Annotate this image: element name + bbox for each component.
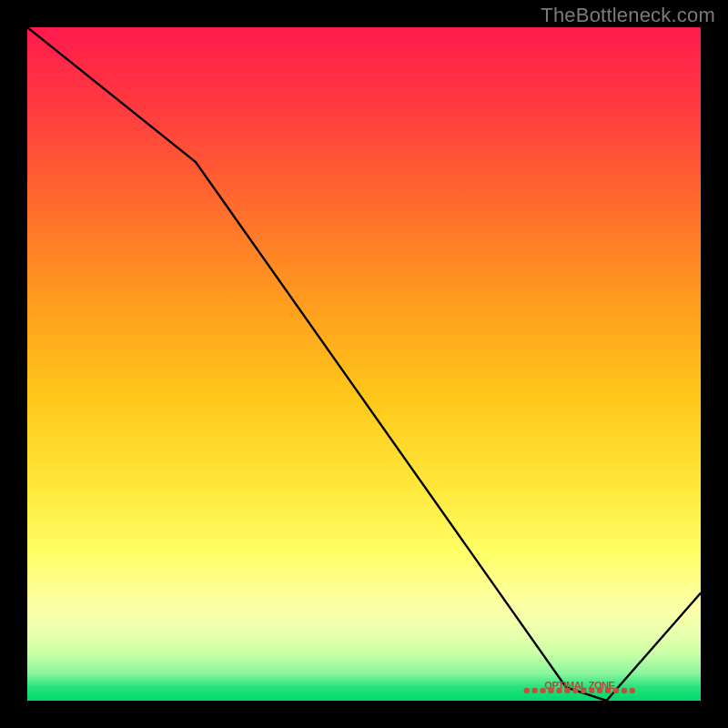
svg-point-1: [532, 688, 538, 693]
svg-point-13: [630, 688, 635, 693]
chart-container: TheBottleneck.com OPTIMAL ZONE: [0, 0, 728, 728]
optimal-zone-label: OPTIMAL ZONE: [544, 680, 614, 691]
bottleneck-curve: [27, 27, 701, 701]
attribution-label: TheBottleneck.com: [541, 4, 715, 27]
svg-point-0: [524, 688, 530, 693]
plot-svg: [27, 27, 701, 701]
svg-point-12: [622, 688, 627, 693]
plot-area: OPTIMAL ZONE: [27, 27, 701, 701]
